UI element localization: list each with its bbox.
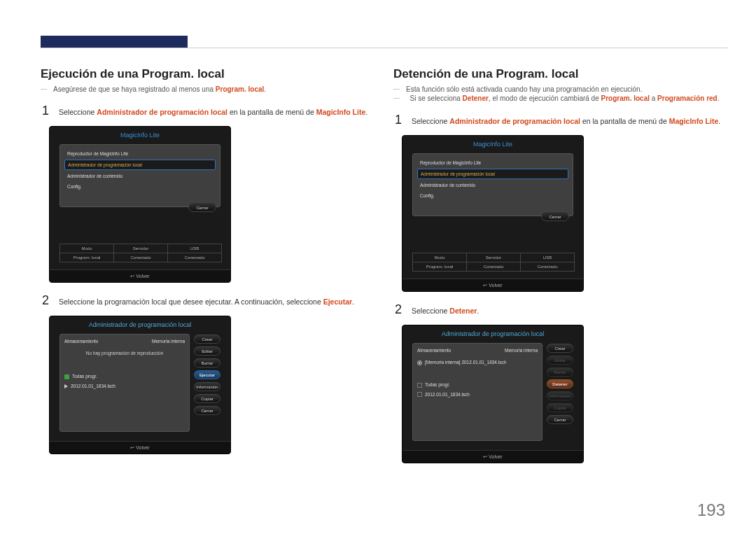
action-buttons: Crear Editar Borrar Ejecutar Información… [194, 335, 220, 415]
right-note1: Esta función sólo está activada cuando h… [406, 85, 729, 93]
right-column: Detención de una Program. local Esta fun… [393, 67, 729, 470]
menu-item-selected[interactable]: Administrador de programación local [64, 160, 216, 170]
copy-button: Copiar [547, 403, 573, 412]
checkbox-icon [64, 374, 69, 379]
menu-item-selected[interactable]: Administrador de programación local [417, 169, 568, 179]
note-hl: Program. local [216, 85, 264, 93]
storage-value: Memoria interna [152, 339, 185, 344]
edit-button[interactable]: Editar [194, 346, 220, 356]
action-buttons: Crear Editar Borrar Detener Información … [547, 344, 573, 424]
menu-item[interactable]: Administrador de contenido [64, 171, 216, 181]
content-area: Almacenamiento Memoria interna No hay pr… [59, 334, 190, 432]
play-icon [64, 384, 68, 388]
step-text: Seleccione la programación local que des… [59, 297, 354, 308]
info-button[interactable]: Información [194, 382, 220, 391]
content-area: Almacenamiento Memoria interna [Memoria … [412, 343, 542, 441]
menu-item[interactable]: Config. [417, 191, 568, 200]
menu-item[interactable]: Config. [64, 182, 216, 191]
screenshot-manager-left: Administrador de programación local Alma… [49, 316, 231, 454]
left-column: Ejecución de una Program. local Asegúres… [41, 67, 377, 461]
menu-item[interactable]: Reproductor de MagicInfo Lite [64, 149, 216, 158]
return-bar[interactable]: ↩ Volver [402, 279, 583, 291]
status-grid: ModoServidorUSB Program. localConectadoC… [412, 253, 575, 272]
step-number: 1 [41, 101, 50, 120]
copy-button[interactable]: Copiar [194, 394, 220, 403]
close-button[interactable]: Cerrar [188, 202, 216, 212]
list-item[interactable]: 2012.01.01_1834.lsch [417, 392, 538, 398]
step-text: Seleccione Administrador de programación… [59, 107, 368, 118]
left-note: Asegúrese de que se haya registrado al m… [53, 85, 377, 93]
return-bar[interactable]: ↩ Volver [402, 450, 583, 463]
right-step-2: 2 Seleccione Detener. [393, 300, 729, 319]
step-number: 2 [393, 300, 403, 319]
screen-title: MagicInfo Lite [50, 127, 230, 141]
return-bar[interactable]: ↩ Volver [50, 441, 230, 454]
screen-title: Administrador de programación local [402, 325, 583, 340]
checkbox-icon [417, 383, 422, 388]
playing-item[interactable]: [Memoria interna] 2012.01.01_1834.lsch [417, 360, 538, 365]
step-text: Seleccione Detener. [412, 306, 479, 317]
step-text: Seleccione Administrador de programación… [412, 116, 720, 127]
delete-button: Borrar [547, 367, 573, 377]
close-button[interactable]: Cerrar [547, 415, 573, 424]
screen-title: Administrador de programación local [50, 316, 230, 331]
create-button[interactable]: Crear [547, 344, 573, 353]
info-button: Información [547, 391, 573, 400]
left-title: Ejecución de una Program. local [41, 67, 377, 81]
right-title: Detención de una Program. local [393, 67, 729, 81]
accent-bar [41, 36, 188, 48]
screen-title: MagicInfo Lite [402, 136, 583, 150]
status-grid: ModoServidorUSB Program. localConectadoC… [59, 244, 222, 262]
create-button[interactable]: Crear [194, 335, 220, 344]
left-step-2: 2 Seleccione la programación local que d… [41, 291, 377, 310]
screenshot-menu-left: MagicInfo Lite Reproductor de MagicInfo … [49, 126, 231, 283]
edit-button: Editar [547, 356, 573, 365]
checkbox-icon [417, 392, 422, 397]
storage-label: Almacenamiento [64, 339, 98, 344]
screenshot-manager-right: Administrador de programación local Alma… [402, 325, 584, 463]
note-text: Asegúrese de que se haya registrado al m… [53, 85, 216, 93]
list-item[interactable]: Todas progr. [64, 374, 185, 379]
stop-button[interactable]: Detener [547, 379, 573, 388]
menu-item[interactable]: Reproductor de MagicInfo Lite [417, 158, 568, 167]
close-button[interactable]: Cerrar [541, 211, 569, 221]
right-step-1: 1 Seleccione Administrador de programaci… [393, 111, 729, 129]
empty-msg: No hay programación de reproducción [64, 351, 185, 356]
step-number: 1 [393, 111, 403, 129]
list-item[interactable]: 2012.01.01_1834.lsch [64, 384, 185, 388]
page-number: 193 [697, 500, 725, 520]
menu-list: Reproductor de MagicInfo Lite Administra… [412, 153, 573, 216]
right-note2: Si se selecciona Detener, el modo de eje… [406, 94, 729, 102]
radio-icon [417, 360, 422, 365]
delete-button[interactable]: Borrar [194, 358, 220, 367]
screenshot-menu-right: MagicInfo Lite Reproductor de MagicInfo … [402, 135, 584, 292]
top-rule [41, 48, 728, 48]
execute-button[interactable]: Ejecutar [194, 370, 220, 379]
storage-label: Almacenamiento [417, 348, 451, 353]
close-button[interactable]: Cerrar [194, 406, 220, 415]
return-bar[interactable]: ↩ Volver [50, 269, 230, 282]
menu-item[interactable]: Administrador de contenido [417, 181, 568, 190]
menu-list: Reproductor de MagicInfo Lite Administra… [59, 144, 220, 207]
storage-value: Memoria interna [505, 348, 538, 353]
list-item[interactable]: Todas progr. [417, 382, 538, 388]
step-number: 2 [41, 291, 50, 310]
left-step-1: 1 Seleccione Administrador de programaci… [41, 101, 377, 120]
